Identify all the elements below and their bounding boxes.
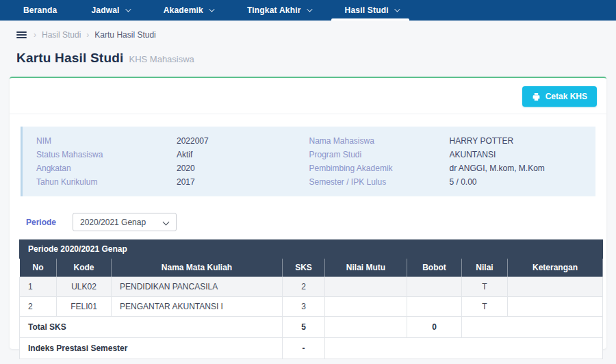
printer-icon [532, 92, 541, 101]
total-bobot-value: 0 [407, 317, 462, 338]
empty-cell [462, 317, 603, 338]
periode-label: Periode [26, 218, 56, 227]
cell-sks: 3 [283, 297, 325, 317]
info-value: HARRY POTTER [450, 134, 514, 148]
info-value: 2020 [177, 161, 195, 175]
top-navigation: Beranda Jadwal Akademik Tingkat Akhir Ha… [0, 0, 616, 21]
nav-item-label: Akademik [164, 5, 203, 15]
table-header-row: No Kode Nama Mata Kuliah SKS Nilai Mutu … [20, 259, 603, 277]
cell-kode: FELI01 [57, 297, 112, 317]
empty-cell [325, 338, 603, 359]
periode-selected-value: 2020/2021 Genap [80, 218, 146, 227]
cell-nama: PENDIDIKAN PANCASILA [112, 277, 283, 297]
info-value: 2022007 [177, 134, 209, 148]
nav-item-label: Beranda [23, 5, 57, 15]
breadcrumb-current: Kartu Hasil Studi [94, 30, 155, 40]
info-row-pembimbing: Pembimbing Akademik dr ANGGI, M.kom, M.K… [309, 161, 582, 175]
breadcrumb-parent[interactable]: Hasil Studi [42, 30, 81, 40]
col-header-nama: Nama Mata Kuliah [112, 259, 283, 277]
col-header-nilai: Nilai [462, 259, 508, 277]
menu-icon[interactable] [16, 31, 27, 39]
info-row-status: Status Mahasiswa Aktif [36, 148, 309, 161]
info-label: Semester / IPK Lulus [309, 175, 450, 189]
info-row-angkatan: Angkatan 2020 [36, 161, 309, 175]
info-value: dr ANGGI, M.kom, M.Kom [450, 161, 545, 175]
info-label: Angkatan [36, 161, 177, 175]
cetak-khs-button[interactable]: Cetak KHS [522, 86, 597, 107]
info-row-kurikulum: Tahun Kurikulum 2017 [36, 175, 309, 189]
info-label: Program Studi [309, 148, 450, 161]
nav-item-label: Hasil Studi [345, 5, 389, 15]
col-header-keterangan: Keterangan [508, 259, 603, 277]
ips-row: Indeks Prestasi Semester - [20, 338, 603, 359]
card-toolbar: Cetak KHS [10, 78, 606, 114]
info-value: Aktif [177, 148, 192, 161]
nav-item-label: Jadwal [91, 5, 119, 15]
info-label: Status Mahasiswa [36, 148, 177, 161]
breadcrumb-separator: › [34, 30, 36, 40]
khs-card: Cetak KHS NIM 2022007 Status Mahasiswa A… [10, 77, 606, 349]
divider [10, 114, 606, 114]
chevron-down-icon [394, 6, 400, 12]
total-sks-value: 5 [283, 317, 325, 338]
info-label: Tahun Kurikulum [36, 175, 177, 189]
nav-item-jadwal[interactable]: Jadwal [81, 0, 138, 21]
cell-bobot [407, 277, 462, 297]
info-row-nim: NIM 2022007 [36, 134, 309, 148]
info-label: NIM [36, 134, 177, 148]
cell-bobot [407, 297, 462, 317]
nav-item-beranda[interactable]: Beranda [14, 0, 66, 21]
col-header-nilai-mutu: Nilai Mutu [325, 259, 407, 277]
ips-value: - [283, 338, 325, 359]
cetak-khs-label: Cetak KHS [546, 92, 587, 101]
cell-nilai-mutu [325, 297, 407, 317]
table-caption: Periode 2020/2021 Genap [20, 240, 603, 259]
col-header-no: No [20, 259, 57, 277]
chevron-down-icon [163, 219, 170, 226]
page-subtitle: KHS Mahasiswa [129, 54, 194, 64]
cell-no: 1 [20, 277, 57, 297]
cell-keterangan [508, 277, 603, 297]
ips-label: Indeks Prestasi Semester [20, 338, 283, 359]
cell-nama: PENGANTAR AKUNTANSI I [112, 297, 283, 317]
student-info-panel: NIM 2022007 Status Mahasiswa Aktif Angka… [21, 127, 595, 196]
total-sks-row: Total SKS 5 0 [20, 317, 603, 338]
info-value: 5 / 0.00 [450, 175, 477, 189]
chevron-down-icon [307, 6, 312, 12]
periode-select[interactable]: 2020/2021 Genap [73, 213, 177, 231]
table-row: 2 FELI01 PENGANTAR AKUNTANSI I 3 T [20, 297, 603, 317]
total-sks-label: Total SKS [20, 317, 283, 338]
page-header: Kartu Hasil Studi KHS Mahasiswa [0, 40, 616, 66]
col-header-bobot: Bobot [407, 259, 462, 277]
student-info-right: Nama Mahasiswa HARRY POTTER Program Stud… [309, 134, 582, 189]
cell-no: 2 [20, 297, 57, 317]
cell-kode: ULK02 [57, 277, 112, 297]
table-caption-row: Periode 2020/2021 Genap [20, 240, 603, 259]
cell-nilai: T [462, 277, 508, 297]
breadcrumb: › Hasil Studi › Kartu Hasil Studi [0, 21, 616, 40]
cell-nilai-mutu [325, 277, 407, 297]
info-label: Nama Mahasiswa [309, 134, 450, 148]
nav-item-akademik[interactable]: Akademik [154, 0, 222, 21]
chevron-down-icon [125, 6, 131, 12]
info-value: 2017 [177, 175, 195, 189]
empty-cell [325, 317, 407, 338]
student-info-left: NIM 2022007 Status Mahasiswa Aktif Angka… [36, 134, 309, 189]
col-header-kode: Kode [57, 259, 112, 277]
nav-item-label: Tingkat Akhir [247, 5, 301, 15]
cell-sks: 2 [283, 277, 325, 297]
breadcrumb-separator: › [86, 30, 89, 40]
info-row-nama: Nama Mahasiswa HARRY POTTER [309, 134, 582, 148]
cell-keterangan [508, 297, 603, 317]
info-row-ipk: Semester / IPK Lulus 5 / 0.00 [309, 175, 582, 189]
page-title: Kartu Hasil Studi [16, 51, 123, 66]
nav-item-tingkat-akhir[interactable]: Tingkat Akhir [238, 0, 320, 21]
cell-nilai: T [462, 297, 508, 317]
table-row: 1 ULK02 PENDIDIKAN PANCASILA 2 T [20, 277, 603, 297]
info-value: AKUNTANSI [450, 148, 496, 161]
col-header-sks: SKS [283, 259, 325, 277]
nav-item-hasil-studi[interactable]: Hasil Studi [335, 0, 408, 21]
khs-table: Periode 2020/2021 Genap No Kode Nama Mat… [19, 239, 603, 359]
info-label: Pembimbing Akademik [309, 161, 450, 175]
info-row-prodi: Program Studi AKUNTANSI [309, 148, 582, 161]
